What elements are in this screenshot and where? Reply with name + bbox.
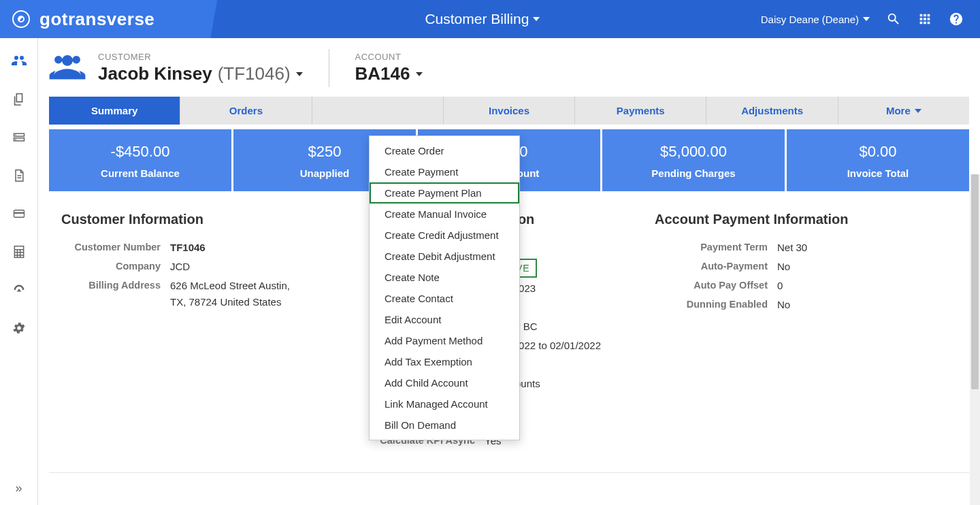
user-label: Daisy Deane (Deane) [761,14,859,25]
user-menu[interactable]: Daisy Deane (Deane) [761,14,870,25]
tab-payments[interactable]: Payments [575,97,706,125]
sidenav-calculator[interactable] [0,233,37,271]
tab-adjustments[interactable]: Adjustments [706,97,838,125]
sidenav-storage[interactable] [0,118,37,157]
metric-label: Current Balance [52,167,229,179]
sidenav: » [0,38,38,505]
kv-billing-address: Billing Address626 McLeod Street Austin,… [61,278,348,310]
account-block: ACCOUNT BA146 [355,52,423,84]
metric-value: -$450.00 [52,143,229,161]
tab-more-label: More [886,105,911,116]
kv-value: 0 [777,278,783,294]
account-dropdown-menu: Create Order Create Payment Create Payme… [369,135,520,440]
account-number: BA146 [355,63,410,84]
kv-value: TF1046 [170,240,206,256]
help-icon[interactable] [949,12,964,27]
kv-key: Auto-Payment [655,259,777,275]
topbar: gotransverse Customer Billing Daisy Dean… [0,0,980,38]
kv-value: 626 McLeod Street Austin, TX, 78724 Unit… [170,278,306,310]
tab-summary[interactable]: Summary [49,97,180,125]
svg-rect-3 [14,212,24,214]
brand-logo[interactable]: gotransverse [0,9,204,30]
tab-invoices[interactable]: Invoices [444,97,575,125]
kv-key: Company [61,259,170,275]
bottom-divider [49,472,969,473]
tab-more[interactable]: More [838,97,969,125]
kv-payment-term: Payment TermNet 30 [655,240,969,256]
scrollbar-track[interactable] [970,174,980,505]
scrollbar-thumb[interactable] [971,174,979,389]
kv-key: Payment Term [655,240,777,256]
caret-down-icon [416,72,423,76]
menu-edit-account[interactable]: Edit Account [370,309,519,330]
menu-create-note[interactable]: Create Note [370,267,519,288]
customer-name: Jacob Kinsey [98,63,212,84]
page-header: CUSTOMER Jacob Kinsey (TF1046) ACCOUNT B… [49,49,969,93]
search-icon[interactable] [886,12,901,27]
svg-point-0 [15,134,16,135]
section-title: Account Payment Information [655,212,969,227]
main-content: CUSTOMER Jacob Kinsey (TF1046) ACCOUNT B… [38,38,980,505]
caret-down-icon [533,17,540,21]
vertical-divider [329,49,329,87]
customer-label: CUSTOMER [98,52,303,62]
sidenav-copy[interactable] [0,80,37,118]
customer-block: CUSTOMER Jacob Kinsey (TF1046) [49,52,303,84]
sidenav-customers[interactable] [0,42,37,80]
menu-create-contact[interactable]: Create Contact [370,288,519,309]
caret-down-icon [915,109,921,113]
kv-key: Auto Pay Offset [655,278,777,294]
kv-value: JCD [170,259,190,275]
sidenav-document[interactable] [0,157,37,195]
section-title: Customer Information [61,212,348,227]
caret-down-icon [296,72,303,76]
customer-selector[interactable]: Jacob Kinsey (TF1046) [98,63,303,84]
brand-logo-icon [12,10,30,28]
menu-add-child-account[interactable]: Add Child Account [370,372,519,393]
top-nav-dropdown[interactable]: Customer Billing [204,11,761,27]
customers-icon [49,52,86,84]
kv-key: Customer Number [61,240,170,256]
payment-info-section: Account Payment Information Payment Term… [655,212,969,452]
svg-rect-4 [14,246,23,258]
metric-value: $0.00 [789,143,966,161]
apps-grid-icon[interactable] [917,12,932,27]
menu-link-managed-account[interactable]: Link Managed Account [370,393,519,414]
kv-value: Net 30 [777,240,807,256]
sidenav-dashboard[interactable] [0,271,37,309]
metric-value: $5,000.00 [605,143,782,161]
customer-info-section: Customer Information Customer NumberTF10… [49,212,348,452]
menu-create-credit-adjustment[interactable]: Create Credit Adjustment [370,225,519,246]
sidenav-card[interactable] [0,195,37,233]
sidenav-collapse[interactable]: » [15,481,22,495]
menu-create-order[interactable]: Create Order [370,140,519,161]
menu-create-debit-adjustment[interactable]: Create Debit Adjustment [370,246,519,267]
kv-value: No [777,259,790,275]
account-label: ACCOUNT [355,52,423,62]
svg-point-1 [15,139,16,140]
metric-invoice-total: $0.00 Invoice Total [787,129,969,191]
caret-down-icon [863,17,870,21]
kv-dunning-enabled: Dunning EnabledNo [655,297,969,313]
metric-current-balance: -$450.00 Current Balance [49,129,233,191]
metric-label: Invoice Total [789,167,966,179]
top-nav-title: Customer Billing [425,11,529,27]
tab-hidden[interactable] [312,97,444,125]
tabs: Summary Orders Invoices Payments Adjustm… [49,97,969,125]
brand-text: gotransverse [39,9,154,30]
menu-create-payment[interactable]: Create Payment [370,161,519,182]
account-selector[interactable]: BA146 [355,63,423,84]
menu-create-manual-invoice[interactable]: Create Manual Invoice [370,203,519,225]
kv-customer-number: Customer NumberTF1046 [61,240,348,256]
kv-key: Billing Address [61,278,170,310]
metric-pending-charges: $5,000.00 Pending Charges [602,129,787,191]
menu-add-tax-exemption[interactable]: Add Tax Exemption [370,351,519,372]
menu-add-payment-method[interactable]: Add Payment Method [370,330,519,351]
kv-key: Dunning Enabled [655,297,777,313]
tab-orders[interactable]: Orders [180,97,312,125]
menu-bill-on-demand[interactable]: Bill On Demand [370,414,519,436]
topbar-right: Daisy Deane (Deane) [761,12,980,27]
kv-auto-pay-offset: Auto Pay Offset0 [655,278,969,294]
sidenav-settings[interactable] [0,309,37,347]
menu-create-payment-plan[interactable]: Create Payment Plan [370,182,519,203]
